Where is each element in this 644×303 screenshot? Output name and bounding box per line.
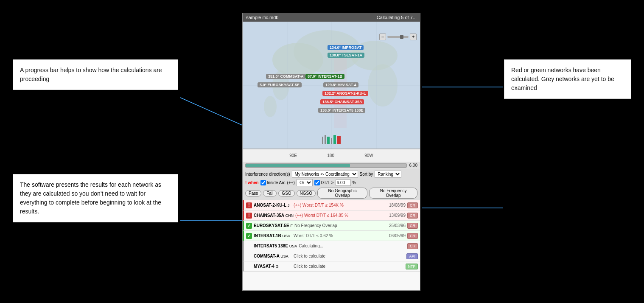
sat-marker-5 [333, 135, 336, 144]
annotation-results-realtime: The software presents the results for ea… [13, 174, 178, 222]
filter-no-freq-button[interactable]: No Frequency Overlap [369, 188, 417, 199]
filter-gso-button[interactable]: GSO [278, 190, 294, 196]
result-tag-euroskysat: CR [407, 223, 418, 229]
ruler-label-5: - [403, 153, 405, 158]
result-detail-euroskysat: No Frequency Overlap [294, 223, 387, 228]
zoom-slider[interactable] [387, 36, 409, 38]
progress-bar [245, 163, 407, 168]
result-row-intersat5[interactable]: INTERSAT5 138E USA Calculating... CR [243, 241, 420, 251]
result-detail-anosat: (++) Worst DT/T ≤ 154K % [294, 203, 387, 208]
arc-plusplus: (++) [287, 180, 295, 185]
result-date-anosat: 18/08/99 [389, 203, 406, 208]
result-row-euroskysat[interactable]: ✓ EUROSKYSAT-5E F No Frequency Overlap 2… [243, 221, 420, 231]
result-tag-myasat: NTF [406, 264, 418, 269]
zoom-out-button[interactable]: − [379, 34, 386, 40]
map-area: − + 134.0° IMPROSAT 130.0° TSLSAT-1A 351… [243, 22, 420, 149]
result-name-chainsat: CHAINSAT-35A CHN [254, 213, 294, 218]
result-tag-anosat: CR [407, 202, 418, 208]
sat-label-improsat: 134.0° IMPROSAT [328, 45, 364, 50]
dt-t-label: DT/T > [321, 180, 334, 185]
inside-arc-checkbox[interactable] [260, 180, 266, 185]
dt-t-input[interactable] [336, 180, 351, 186]
progress-area: 6.00 [243, 162, 420, 169]
window-status: Calculating 5 of 7... [377, 15, 417, 20]
result-icon-intersat5 [246, 243, 252, 249]
result-icon-myasat [246, 264, 252, 269]
inside-arc-label: Inside Arc [267, 180, 286, 185]
annotation-network-colors-text: Red or green networks have been calculat… [511, 67, 614, 91]
annotation-results-realtime-text: The software presents the results for ea… [20, 181, 161, 215]
filter-pass-button[interactable]: Pass [245, 190, 261, 196]
svg-point-10 [264, 96, 277, 117]
result-row-chainsat[interactable]: ! CHAINSAT-35A CHN (++) Worst DT/T ≤ 164… [243, 210, 420, 221]
sat-marker-3 [327, 137, 330, 144]
svg-line-0 [180, 98, 242, 125]
inside-arc-checkbox-label[interactable]: Inside Arc [260, 180, 286, 185]
result-date-euroskysat: 25/03/96 [389, 223, 406, 228]
annotation-progress-bar: A progress bar helps to show how the cal… [13, 59, 178, 90]
result-name-intersat1b: INTERSAT-1B USA [254, 233, 292, 238]
operator-select[interactable]: Or [297, 179, 313, 186]
ruler-label-2: 90E [289, 153, 297, 158]
results-list: ! ANOSAT-2-KU-L J (++) Worst DT/T ≤ 154K… [243, 200, 420, 290]
svg-point-6 [294, 30, 361, 73]
sat-label-anosat: 132.2° ANOSAT-2-KU-L [322, 91, 368, 96]
filter-fail-button[interactable]: Fail [263, 190, 277, 196]
annotation-network-colors: Red or green networks have been calculat… [504, 59, 631, 99]
ruler-label-1: - [258, 153, 259, 158]
ruler-label-3: 180 [327, 153, 334, 158]
result-name-myasat: MYASAT-4 G [254, 264, 292, 269]
result-row-commsat[interactable]: COMMSAT-A USA Click to calculate API [243, 251, 420, 261]
sat-label-euroskysat: 5.0° EUROSKYSAT-5E [258, 82, 302, 87]
result-tag-commsat: API [406, 253, 418, 259]
result-tag-intersat5: CR [407, 243, 418, 249]
result-icon-commsat [246, 253, 252, 259]
sat-label-tslsat: 130.0° TSLSAT-1A [328, 53, 364, 58]
sort-select[interactable]: Ranking [375, 171, 401, 178]
result-name-anosat: ANOSAT-2-KU-L J [254, 203, 292, 208]
result-tag-chainsat: CR [407, 213, 418, 219]
dt-t-checkbox-label[interactable]: DT/T > [314, 180, 334, 185]
result-detail-myasat: Click to calculate [294, 264, 402, 269]
result-name-intersat5: INTERSAT5 138E USA [254, 244, 297, 248]
result-detail-commsat: Click to calculate [294, 254, 403, 258]
annotation-progress-bar-text: A progress bar helps to show how the cal… [20, 67, 162, 82]
sat-marker-1 [322, 137, 323, 144]
zoom-in-button[interactable]: + [410, 34, 417, 40]
progress-label: 6.00 [409, 163, 417, 168]
controls-area: Interference direction(s) My Networks <-… [243, 169, 420, 200]
sat-label-intersat5: 138.0° INTERSAT5 138E [318, 108, 365, 113]
result-name-euroskysat: EUROSKYSAT-5E F [254, 223, 293, 228]
result-name-commsat: COMMSAT-A USA [254, 254, 292, 258]
result-icon-intersat1b: ✓ [246, 233, 252, 239]
sat-label-myasat: 129.8° MYASAT-4 [323, 82, 358, 87]
sort-label: Sort by [360, 172, 373, 177]
interference-label: Interference direction(s) [245, 172, 290, 177]
filter-ngso-button[interactable]: NGSO [297, 190, 316, 196]
sat-label-chainsat: 136.5° CHAINSAT-35A [320, 99, 364, 104]
result-icon-chainsat: ! [246, 213, 252, 219]
result-detail-intersat1b: Worst DT/T ≤ 0.62 % [294, 233, 387, 238]
dt-t-checkbox[interactable] [314, 180, 320, 185]
zoom-controls: − + [379, 34, 417, 40]
result-tag-intersat1b: CR [407, 233, 418, 239]
result-date-chainsat: 13/09/99 [389, 213, 406, 218]
filter-buttons-row: Pass Fail GSO NGSO No Geographic Overlap… [245, 188, 417, 199]
progress-bar-fill [246, 164, 350, 167]
filter-no-geo-button[interactable]: No Geographic Overlap [317, 188, 367, 199]
sat-marker-4 [331, 138, 332, 144]
sat-marker-2 [325, 135, 326, 144]
sat-label-intersat1b: 87.0° INTERSAT-1B [305, 74, 344, 79]
when-label: ! when [245, 180, 259, 185]
result-row-myasat[interactable]: MYASAT-4 G Click to calculate NTF [243, 261, 420, 272]
app-window: sample ific.mdb Calculating 5 of 7... − [242, 13, 420, 291]
when-row: ! when Inside Arc (++) Or DT/T > % [245, 179, 417, 186]
result-row-anosat[interactable]: ! ANOSAT-2-KU-L J (++) Worst DT/T ≤ 154K… [243, 200, 420, 210]
ruler-area: - 90E 180 90W - [243, 149, 420, 162]
result-detail-intersat5: Calculating... [299, 244, 404, 248]
result-date-intersat1b: 06/05/99 [389, 233, 406, 238]
sat-marker-6 [337, 136, 341, 144]
result-row-intersat1b[interactable]: ✓ INTERSAT-1B USA Worst DT/T ≤ 0.62 % 06… [243, 231, 420, 241]
interference-select[interactable]: My Networks <- Coordinating [292, 171, 358, 178]
sat-label-commsat: 351.0° COMMSAT-A [266, 74, 305, 79]
